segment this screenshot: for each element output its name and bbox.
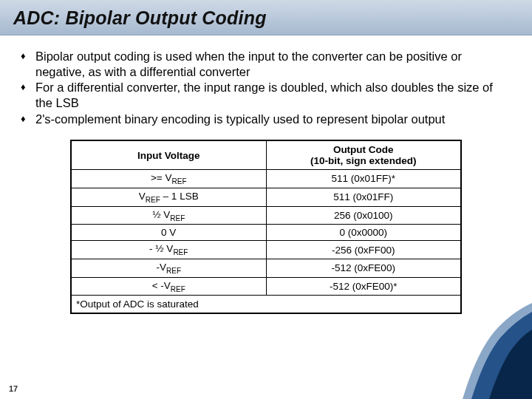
- list-item: ♦ For a differential converter, the inpu…: [21, 80, 511, 110]
- cell-output-code: 511 (0x01FF): [266, 188, 461, 206]
- cell-input-voltage: >= VREF: [71, 170, 266, 188]
- cell-input-voltage: - ½ VREF: [71, 241, 266, 259]
- coding-table-wrap: Input Voltage Output Code (10-bit, sign …: [70, 140, 462, 314]
- bullet-list: ♦ Bipolar output coding is used when the…: [21, 49, 511, 126]
- cell-output-code: 0 (0x0000): [266, 225, 461, 241]
- col-header-output: Output Code (10-bit, sign extended): [266, 140, 461, 170]
- table-row: -VREF-512 (0xFE00): [71, 259, 461, 277]
- title-bar: ADC: Bipolar Output Coding: [0, 0, 532, 35]
- cell-input-voltage: 0 V: [71, 225, 266, 241]
- cell-input-voltage: -VREF: [71, 259, 266, 277]
- bullet-text: 2's-complement binary encoding is typica…: [35, 112, 511, 127]
- cell-output-code: -256 (0xFF00): [266, 241, 461, 259]
- cell-output-code: -512 (0xFE00): [266, 259, 461, 277]
- corner-decoration: [399, 303, 532, 399]
- table-header-row: Input Voltage Output Code (10-bit, sign …: [71, 140, 461, 170]
- table-body: >= VREF511 (0x01FF)*VREF – 1 LSB511 (0x0…: [71, 170, 461, 296]
- diamond-bullet-icon: ♦: [21, 80, 35, 110]
- table-row: 0 V0 (0x0000): [71, 225, 461, 241]
- table-footnote-row: *Output of ADC is saturated: [71, 296, 461, 314]
- cell-input-voltage: VREF – 1 LSB: [71, 188, 266, 206]
- diamond-bullet-icon: ♦: [21, 112, 35, 127]
- table-row: VREF – 1 LSB511 (0x01FF): [71, 188, 461, 206]
- content-area: ♦ Bipolar output coding is used when the…: [0, 35, 532, 314]
- page-number: 17: [9, 384, 18, 393]
- diamond-bullet-icon: ♦: [21, 49, 35, 79]
- table-row: - ½ VREF-256 (0xFF00): [71, 241, 461, 259]
- table-row: >= VREF511 (0x01FF)*: [71, 170, 461, 188]
- col-header-input: Input Voltage: [71, 140, 266, 170]
- table-footnote: *Output of ADC is saturated: [71, 296, 461, 314]
- bullet-text: For a differential converter, the input …: [35, 80, 511, 110]
- cell-output-code: 511 (0x01FF)*: [266, 170, 461, 188]
- cell-input-voltage: < -VREF: [71, 277, 266, 296]
- table-row: < -VREF-512 (0xFE00)*: [71, 277, 461, 296]
- page-title: ADC: Bipolar Output Coding: [13, 7, 519, 29]
- table-row: ½ VREF256 (0x0100): [71, 206, 461, 225]
- list-item: ♦ Bipolar output coding is used when the…: [21, 49, 511, 79]
- list-item: ♦ 2's-complement binary encoding is typi…: [21, 112, 511, 127]
- coding-table: Input Voltage Output Code (10-bit, sign …: [70, 140, 462, 314]
- cell-output-code: 256 (0x0100): [266, 206, 461, 225]
- cell-output-code: -512 (0xFE00)*: [266, 277, 461, 296]
- cell-input-voltage: ½ VREF: [71, 206, 266, 225]
- bullet-text: Bipolar output coding is used when the i…: [35, 49, 511, 79]
